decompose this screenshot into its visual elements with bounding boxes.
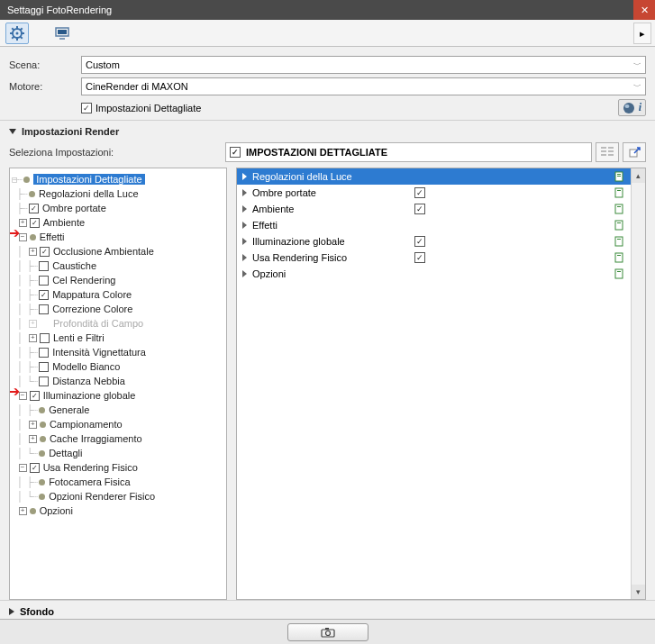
chevron-down-icon: ﹀ <box>633 81 641 93</box>
svg-point-39 <box>325 630 330 635</box>
list-item-opzioni[interactable]: Opzioni <box>237 266 631 282</box>
tree-item-regolazioni[interactable]: ├┈Regolazioni della Luce <box>12 186 224 201</box>
ambiente-list-checkbox[interactable]: ✓ <box>414 204 425 214</box>
tree-item-nebbia[interactable]: │ └┈Distanza Nebbia <box>12 374 224 388</box>
scena-select[interactable]: Custom ﹀ <box>81 56 646 74</box>
fisico-list-checkbox[interactable]: ✓ <box>414 252 425 263</box>
chevron-down-icon <box>9 129 16 134</box>
caustiche-checkbox[interactable] <box>39 261 49 271</box>
list-item-effetti[interactable]: Effetti <box>237 217 631 233</box>
svg-rect-23 <box>617 174 621 175</box>
ombre-checkbox[interactable] <box>29 204 39 213</box>
list-item-ambiente[interactable]: Ambiente ✓ <box>237 201 631 217</box>
monitor-tool-button[interactable] <box>50 23 74 44</box>
motore-select[interactable]: CineRender di MAXON ﹀ <box>81 77 646 95</box>
tree-item-generale[interactable]: │ ├┈Generale <box>12 403 224 417</box>
tree-item-lenti[interactable]: │ +Lenti e Filtri <box>12 331 224 345</box>
svg-rect-15 <box>601 147 606 149</box>
page-icon <box>614 220 625 231</box>
svg-rect-38 <box>325 628 329 630</box>
split-container: ➔ ➔ ⊟┈ Impostazioni Dettagliate ├┈Regola… <box>0 168 655 600</box>
nebbia-checkbox[interactable] <box>39 376 49 386</box>
preview-info-button[interactable]: i <box>618 99 646 116</box>
sfondo-label: Sfondo <box>20 606 54 617</box>
gear-tool-button[interactable] <box>5 23 29 44</box>
tree-item-mappatura[interactable]: │ ├┈Mappatura Colore <box>12 287 224 302</box>
selector-label: Seleziona Impostazioni: <box>9 147 225 158</box>
scena-label: Scena: <box>9 59 81 70</box>
list-item-illuminazione[interactable]: Illuminazione globale ✓ <box>237 233 631 249</box>
mappatura-checkbox[interactable] <box>39 290 49 300</box>
tree-item-correzione[interactable]: │ ├┈Correzione Colore <box>12 302 224 316</box>
tree-item-opzioni-render[interactable]: │ └┈Opzioni Renderer Fisico <box>12 489 224 503</box>
cel-checkbox[interactable] <box>39 276 49 286</box>
page-icon <box>614 187 625 198</box>
tree-item-bianco[interactable]: │ ├┈Modello Bianco <box>12 359 224 374</box>
ombre-list-checkbox[interactable]: ✓ <box>414 187 425 198</box>
export-button[interactable] <box>623 142 646 162</box>
scroll-up-button[interactable]: ▴ <box>632 168 645 183</box>
grid-icon <box>601 147 614 158</box>
tree-item-occlusione[interactable]: │ +Occlusione Ambientale <box>12 244 224 259</box>
svg-rect-11 <box>58 30 67 34</box>
svg-rect-26 <box>617 190 621 191</box>
render-button[interactable] <box>287 623 368 641</box>
tree-item-campionamento[interactable]: │ +Campionamento <box>12 417 224 431</box>
tree-item-dettagli[interactable]: │ └┈Dettagli <box>12 446 224 460</box>
tree-item-fisico[interactable]: −Usa Rendering Fisico <box>12 460 224 475</box>
tree-item-ombre[interactable]: ├┈Ombre portate <box>12 201 224 215</box>
svg-point-14 <box>624 104 629 108</box>
svg-point-1 <box>16 32 19 34</box>
chevron-right-icon <box>9 608 14 615</box>
tree-root[interactable]: ⊟┈ Impostazioni Dettagliate <box>12 172 224 186</box>
bianco-checkbox[interactable] <box>39 362 49 372</box>
tree-item-illuminazione[interactable]: −Illuminazione globale <box>12 388 224 403</box>
occlusione-checkbox[interactable] <box>40 247 50 257</box>
list-item-regolazioni[interactable]: Regolazioni della Luce <box>237 168 631 185</box>
page-icon <box>614 204 625 214</box>
toolbar-expand-button[interactable]: ▸ <box>633 23 651 44</box>
expand-icon <box>242 205 247 213</box>
svg-point-13 <box>623 103 634 113</box>
ambiente-checkbox[interactable] <box>30 218 40 228</box>
expand-icon <box>242 238 247 245</box>
page-icon <box>614 171 625 182</box>
scrollbar[interactable]: ▴ ▾ <box>631 168 645 599</box>
toolbar: ▸ <box>0 20 655 47</box>
tree-item-opzioni[interactable]: +Opzioni <box>12 503 224 518</box>
fisico-checkbox[interactable] <box>30 463 40 473</box>
tree-item-cache[interactable]: │ +Cache Irraggiamento <box>12 431 224 446</box>
page-icon <box>614 252 625 263</box>
tree-item-caustiche[interactable]: │ ├┈Caustiche <box>12 259 224 273</box>
vignettatura-checkbox[interactable] <box>39 348 49 358</box>
expand-icon <box>242 270 247 277</box>
tree-item-fotocamera[interactable]: │ ├┈Fotocamera Fisica <box>12 475 224 489</box>
correzione-checkbox[interactable] <box>39 304 49 314</box>
svg-rect-25 <box>615 188 623 197</box>
list-item-fisico[interactable]: Usa Rendering Fisico ✓ <box>237 249 631 266</box>
tree-item-ambiente[interactable]: +Ambiente <box>12 215 224 230</box>
tree-item-vignettatura[interactable]: │ ├┈Intensità Vignettatura <box>12 345 224 359</box>
tree-item-effetti[interactable]: −Effetti <box>12 230 224 244</box>
tree-pane[interactable]: ➔ ➔ ⊟┈ Impostazioni Dettagliate ├┈Regola… <box>9 168 227 600</box>
illuminazione-checkbox[interactable] <box>30 391 40 401</box>
render-settings-header[interactable]: Impostazioni Render <box>0 121 655 141</box>
scroll-down-button[interactable]: ▾ <box>632 585 645 599</box>
illuminazione-list-checkbox[interactable]: ✓ <box>414 236 425 247</box>
grid-view-button[interactable] <box>596 142 619 162</box>
svg-rect-32 <box>617 239 621 240</box>
svg-rect-16 <box>608 147 614 149</box>
lenti-checkbox[interactable] <box>40 333 50 343</box>
svg-rect-20 <box>608 154 614 156</box>
motore-value: CineRender di MAXON <box>86 81 188 92</box>
close-button[interactable]: ✕ <box>633 0 655 20</box>
detail-settings-header[interactable]: ✓ IMPOSTAZIONI DETTAGLIATE <box>225 142 592 162</box>
detailed-settings-checkbox[interactable]: ✓ <box>81 103 92 113</box>
tree-item-cel[interactable]: │ ├┈Cel Rendering <box>12 273 224 287</box>
svg-line-8 <box>12 36 14 38</box>
detailed-settings-label: Impostazioni Dettagliate <box>96 103 201 113</box>
list-item-ombre[interactable]: Ombre portate ✓ <box>237 185 631 201</box>
svg-rect-35 <box>615 269 623 278</box>
detail-header-checkbox[interactable]: ✓ <box>230 147 241 158</box>
page-icon <box>614 236 625 247</box>
